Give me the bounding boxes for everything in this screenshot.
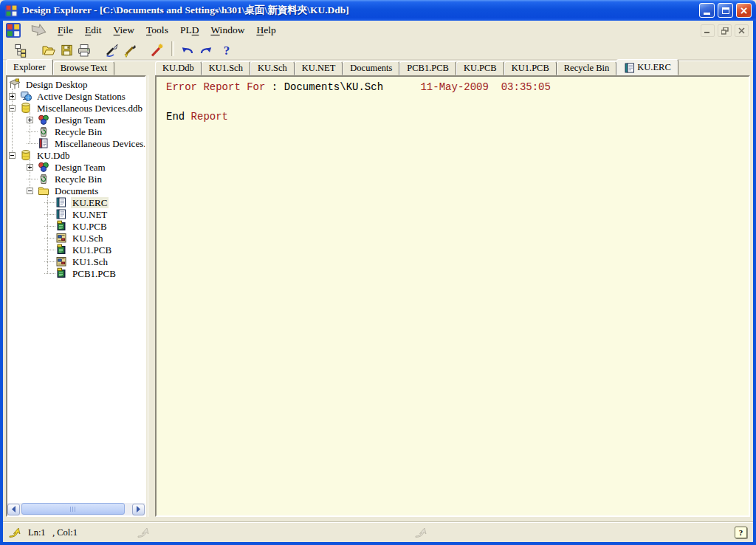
tab-label: Explorer — [13, 62, 46, 73]
open-folder-button[interactable] — [40, 41, 58, 59]
panel-tab-browse-text[interactable]: Browse Text — [53, 61, 114, 75]
tree-item-label: KU1.PCB — [71, 244, 113, 256]
report-editor[interactable]: Error Report For : Documents\KU.Sch 11-M… — [155, 75, 750, 517]
tree-connector-stub — [27, 131, 38, 132]
tree-item-design-team[interactable]: Design Team — [7, 161, 145, 173]
tree-item-active-design-stations[interactable]: Active Design Stations — [7, 90, 145, 102]
doc-tab-ku-ddb[interactable]: KU.Ddb — [155, 61, 202, 75]
down-arrow-icon[interactable] — [30, 24, 47, 37]
tab-label: KU.Sch — [258, 63, 287, 74]
tree-connector-stub — [44, 226, 55, 227]
doc-tab-ku1-pcb[interactable]: KU1.PCB — [504, 61, 557, 75]
expand-toggle[interactable] — [27, 164, 33, 171]
print-button[interactable] — [75, 41, 93, 59]
explorer-panel-button[interactable] — [12, 41, 30, 59]
scroll-thumb[interactable] — [21, 503, 125, 515]
doc-tab-ku-net[interactable]: KU.NET — [295, 61, 343, 75]
menu-bar: FileEditViewToolsPLDWindowHelp — [3, 21, 753, 40]
menu-tools[interactable]: Tools — [140, 23, 174, 38]
sch-doc-icon — [55, 256, 67, 267]
undo-button[interactable] — [179, 41, 196, 59]
toolbar-separator — [171, 41, 174, 56]
scroll-left-button[interactable] — [7, 504, 20, 515]
doc-tab-documents[interactable]: Documents — [343, 61, 399, 75]
redo-button[interactable] — [197, 41, 215, 59]
close-button[interactable]: × — [736, 3, 752, 18]
doc-tab-ku-pcb[interactable]: KU.PCB — [456, 61, 504, 75]
menu-edit[interactable]: Edit — [79, 23, 108, 38]
tree-item-ku1-sch[interactable]: KU1.Sch — [7, 256, 145, 267]
tree-item-label: Recycle Bin — [53, 174, 103, 185]
mdi-restore-button[interactable] — [718, 24, 732, 37]
menu-window[interactable]: Window — [205, 23, 250, 38]
scroll-right-button[interactable] — [132, 504, 145, 515]
tree-item-label: Miscellaneous Devices.lib — [53, 138, 145, 149]
tree-item-label: Recycle Bin — [53, 126, 103, 137]
tree-connector-stub — [44, 202, 55, 203]
sch-doc-icon — [55, 232, 67, 244]
doc-tab-ku1-sch[interactable]: KU1.Sch — [202, 61, 250, 75]
tree-item-miscellaneous-devices-lib[interactable]: Miscellaneous Devices.lib — [7, 137, 145, 149]
window-body: FileEditViewToolsPLDWindowHelp ? Explore… — [3, 21, 753, 542]
menu-file[interactable]: File — [52, 23, 79, 38]
doc-tab-ku-sch[interactable]: KU.Sch — [250, 61, 295, 75]
horizontal-scrollbar[interactable] — [7, 503, 145, 515]
tab-label: KU.Ddb — [162, 63, 194, 74]
tree-item-ku-sch[interactable]: KU.Sch — [7, 232, 145, 244]
tab-label: KU.ERC — [637, 62, 671, 73]
menu-pld[interactable]: PLD — [174, 23, 205, 38]
design-explorer-icon[interactable] — [6, 23, 21, 38]
tree-item-ku-erc[interactable]: KU.ERC — [7, 196, 145, 208]
tree-item-ku-pcb[interactable]: KU.PCB — [7, 220, 145, 232]
document-tabs: KU.DdbKU1.SchKU.SchKU.NETDocumentsPCB1.P… — [155, 61, 678, 75]
maximize-button[interactable] — [718, 3, 733, 18]
panel-tab-explorer[interactable]: Explorer — [6, 59, 53, 75]
help-button[interactable]: ? — [218, 41, 236, 59]
thumb-grip-icon — [70, 507, 77, 512]
tree-connector-stub — [44, 273, 55, 274]
tree-item-ku1-pcb[interactable]: KU1.PCB — [7, 244, 145, 256]
tree-item-design-team[interactable]: Design Team — [7, 114, 145, 126]
save-button[interactable] — [58, 41, 75, 59]
tree-item-pcb1-pcb[interactable]: PCB1.PCB — [7, 267, 145, 279]
database-icon — [20, 149, 32, 161]
design-tree: Design DesktopActive Design StationsMisc… — [7, 77, 145, 279]
pcb-doc-icon — [55, 244, 67, 256]
collapse-toggle[interactable] — [9, 105, 16, 112]
tree-item-label: Design Team — [53, 114, 107, 126]
tree-item-ku-net[interactable]: KU.NET — [7, 208, 145, 220]
close-icon: × — [740, 5, 749, 16]
expand-toggle[interactable] — [9, 93, 16, 100]
maximize-icon — [722, 7, 729, 14]
tree-item-recycle-bin[interactable]: Recycle Bin — [7, 126, 145, 137]
minimize-button[interactable] — [699, 3, 715, 18]
tree-item-label: KU.Sch — [71, 233, 105, 244]
tree-connector-stub — [27, 179, 38, 179]
doc-tab-pcb1-pcb[interactable]: PCB1.PCB — [399, 61, 456, 75]
tree-item-label: Miscellaneous Devices.ddb — [35, 103, 144, 114]
tree-item-miscellaneous-devices-ddb[interactable]: Miscellaneous Devices.ddb — [7, 102, 145, 114]
tree-connector-stub — [44, 261, 55, 262]
probe-button[interactable] — [121, 41, 139, 59]
doc-tab-ku-erc[interactable]: KU.ERC — [616, 59, 678, 75]
tree-item-recycle-bin[interactable]: Recycle Bin — [7, 173, 145, 185]
tree-connector-stub — [44, 250, 55, 250]
tree-item-documents[interactable]: Documents — [7, 185, 145, 196]
tree-item-design-desktop[interactable]: Design Desktop — [7, 78, 145, 90]
menu-view[interactable]: View — [108, 23, 140, 38]
mdi-minimize-button[interactable] — [701, 24, 715, 37]
collapse-toggle[interactable] — [9, 152, 16, 159]
scroll-track[interactable] — [20, 503, 132, 515]
help-badge[interactable]: ? — [735, 527, 747, 538]
menu-help[interactable]: Help — [250, 23, 281, 38]
panel-tabs: ExplorerBrowse Text — [6, 61, 114, 75]
title-bar: Design Explorer - [C:\Documents and Sett… — [0, 0, 756, 21]
mdi-close-button[interactable] — [735, 24, 749, 37]
status-bar: Ln:1 , Col:1 ? — [3, 521, 753, 543]
wand-button[interactable] — [148, 41, 165, 59]
tree-item-ku-ddb[interactable]: KU.Ddb — [7, 149, 145, 161]
collapse-toggle[interactable] — [27, 188, 33, 194]
knife-button[interactable] — [103, 41, 121, 59]
doc-tab-recycle-bin[interactable]: Recycle Bin — [557, 61, 616, 75]
expand-toggle[interactable] — [27, 117, 33, 123]
